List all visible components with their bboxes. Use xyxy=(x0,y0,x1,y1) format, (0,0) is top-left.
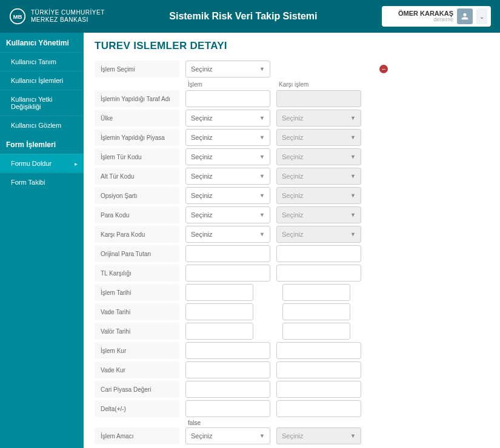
input-tl-karsiligi-islem[interactable] xyxy=(185,265,270,282)
select-islem-secimi[interactable]: Seçiniz xyxy=(185,61,270,77)
select-piyasa-karsi: Seçiniz xyxy=(276,129,361,146)
svg-text:MB: MB xyxy=(13,13,22,20)
org-name: TÜRKİYE CUMHURİYET MERKEZ BANKASI xyxy=(31,9,105,24)
user-text: ÖMER KARAKAŞ deneme xyxy=(398,10,453,23)
col-head-karsi: Karşı işlem xyxy=(276,81,361,88)
input-islem-tarihi-karsi[interactable] xyxy=(282,284,350,301)
select-opsiyon-sarti-karsi: Seçiniz xyxy=(276,187,361,204)
select-piyasa-islem[interactable]: Seçiniz xyxy=(185,129,270,146)
user-icon xyxy=(457,8,473,24)
input-tarafi-islem[interactable] xyxy=(185,90,270,107)
select-para-kodu-islem[interactable]: Seçiniz xyxy=(185,206,270,223)
sidebar-section-form: Form İşlemleri xyxy=(0,134,84,154)
label-islem-tarihi: İşlem Tarihi xyxy=(95,284,179,301)
input-vade-tarihi-islem[interactable] xyxy=(185,303,253,320)
sidebar-item-user-observe[interactable]: Kullanıcı Gözlem xyxy=(0,116,84,134)
main-content: TUREV ISLEMLER DETAYI İşlem Seçimi Seçin… xyxy=(84,33,500,448)
input-orijinal-para-islem[interactable] xyxy=(185,245,270,262)
select-alt-tur-kodu-islem[interactable]: Seçiniz xyxy=(185,168,270,185)
select-para-kodu-karsi: Seçiniz xyxy=(276,206,361,223)
input-vade-kur-islem[interactable] xyxy=(185,361,270,378)
label-tur-kodu: İşlem Tür Kodu xyxy=(95,148,179,165)
input-islem-kur-islem[interactable] xyxy=(185,342,270,359)
input-vade-tarihi-karsi[interactable] xyxy=(282,303,350,320)
label-valor-tarihi: Valör Tarihi xyxy=(95,323,179,340)
label-piyasa: İşlemin Yapıldığı Piyasa xyxy=(95,129,179,146)
label-para-kodu: Para Kodu xyxy=(95,206,179,223)
select-islem-amaci-karsi: Seçiniz xyxy=(276,427,361,444)
sidebar-item-fill-form[interactable]: Formu Doldur xyxy=(0,154,84,173)
select-tur-kodu-karsi: Seçiniz xyxy=(276,148,361,165)
input-valor-tarihi-islem[interactable] xyxy=(185,323,253,340)
input-vade-kur-karsi[interactable] xyxy=(276,361,361,378)
sidebar-item-user-ops[interactable]: Kullanıcı İşlemleri xyxy=(0,71,84,90)
sidebar: Kullanıcı Yönetimi Kullanıcı Tanım Kulla… xyxy=(0,33,84,448)
label-opsiyon-sarti: Opsiyon Şartı xyxy=(95,187,179,204)
remove-row-button[interactable]: − xyxy=(379,65,388,73)
app-header: MB TÜRKİYE CUMHURİYET MERKEZ BANKASI Sis… xyxy=(0,0,500,33)
user-menu[interactable]: ÖMER KARAKAŞ deneme ⌄ xyxy=(382,6,491,27)
label-vade-tarihi: Vade Tarihi xyxy=(95,303,179,320)
select-karsi-para-kodu-islem[interactable]: Seçiniz xyxy=(185,226,270,243)
page-title: TUREV ISLEMLER DETAYI xyxy=(95,40,482,52)
label-karsi-para-kodu: Karşı Para Kodu xyxy=(95,226,179,243)
label-ulke: Ülke xyxy=(95,110,179,127)
select-alt-tur-kodu-karsi: Seçiniz xyxy=(276,168,361,185)
label-islem-secimi: İşlem Seçimi xyxy=(95,61,179,77)
sidebar-item-user-auth-change[interactable]: Kullanıcı Yetki Değişikliği xyxy=(0,90,84,116)
select-ulke-karsi: Seçiniz xyxy=(276,110,361,127)
label-orijinal-para-tutari: Orijinal Para Tutarı xyxy=(95,245,179,262)
input-cari-piyasa-islem[interactable] xyxy=(185,381,270,398)
input-tl-karsiligi-karsi[interactable] xyxy=(276,265,361,282)
input-cari-piyasa-karsi[interactable] xyxy=(276,381,361,398)
false-note: false xyxy=(185,420,201,426)
input-islem-tarihi-islem[interactable] xyxy=(185,284,253,301)
input-delta-karsi[interactable] xyxy=(276,400,361,417)
page-system-title: Sistemik Risk Veri Takip Sistemi xyxy=(105,11,382,22)
label-tarafi: İşlemin Yapıldığı Taraf Adı xyxy=(95,90,179,107)
input-delta-islem[interactable] xyxy=(185,400,270,417)
label-vade-kur: Vade Kur xyxy=(95,361,179,378)
label-islem-amaci: İşlem Amacı xyxy=(95,427,179,444)
input-orijinal-para-karsi[interactable] xyxy=(276,245,361,262)
input-islem-kur-karsi[interactable] xyxy=(276,342,361,359)
bank-logo-icon: MB xyxy=(9,8,26,25)
logo-area: MB TÜRKİYE CUMHURİYET MERKEZ BANKASI xyxy=(9,8,105,25)
column-headers: İşlem Karşı işlem xyxy=(95,81,482,88)
sidebar-section-users: Kullanıcı Yönetimi xyxy=(0,33,84,52)
label-cari-piyasa: Cari Piyasa Değeri xyxy=(95,381,179,398)
sidebar-item-form-track[interactable]: Form Takibi xyxy=(0,173,84,191)
select-ulke-islem[interactable]: Seçiniz xyxy=(185,110,270,127)
input-valor-tarihi-karsi[interactable] xyxy=(282,323,350,340)
select-islem-amaci-islem[interactable]: Seçiniz xyxy=(185,427,270,444)
chevron-down-icon[interactable]: ⌄ xyxy=(476,8,487,24)
input-tarafi-karsi xyxy=(276,90,361,107)
select-tur-kodu-islem[interactable]: Seçiniz xyxy=(185,148,270,165)
col-head-islem: İşlem xyxy=(185,81,270,88)
select-opsiyon-sarti-islem[interactable]: Seçiniz xyxy=(185,187,270,204)
label-islem-kur: İşlem Kur xyxy=(95,342,179,359)
label-tl-karsiligi: TL Karşılığı xyxy=(95,265,179,282)
select-karsi-para-kodu-karsi: Seçiniz xyxy=(276,226,361,243)
sidebar-item-user-define[interactable]: Kullanıcı Tanım xyxy=(0,52,84,71)
label-alt-tur-kodu: Alt Tür Kodu xyxy=(95,168,179,185)
label-delta: Delta(+/-) xyxy=(95,400,179,417)
